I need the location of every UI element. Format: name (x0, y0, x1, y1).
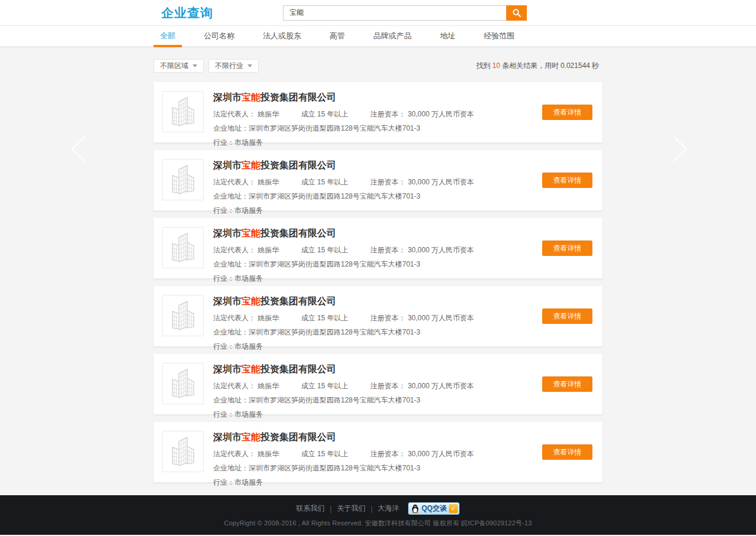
company-name-highlight: 宝能 (242, 432, 260, 442)
region-filter-dropdown[interactable]: 不限区域 (154, 59, 204, 73)
copyright-text: CopyRight © 2008-2016 , All Rights Reser… (224, 519, 532, 528)
company-industry-line: 行业：市场服务 (213, 410, 594, 420)
footer-separator: | (330, 505, 332, 513)
buildings-icon (166, 366, 200, 401)
buildings-icon (166, 163, 200, 197)
view-details-button[interactable]: 查看详情 (542, 241, 592, 256)
site-logo[interactable]: 企业查询 (161, 5, 213, 21)
result-card: 深圳市宝能投资集团有限公司 法定代表人： 姚振华 成立 15 年以上 注册资本：… (154, 150, 602, 210)
company-industry-line: 行业：市场服务 (213, 206, 594, 216)
company-logo-placeholder (162, 159, 204, 200)
tab-all[interactable]: 全部 (154, 26, 182, 46)
tab-business-scope[interactable]: 经验范围 (477, 26, 521, 46)
view-details-button[interactable]: 查看详情 (542, 173, 592, 188)
company-name-link[interactable]: 深圳市宝能投资集团有限公司 (213, 431, 594, 444)
company-industry-line: 行业：市场服务 (213, 342, 594, 352)
filter-row: 不限区域 不限行业 找到10条相关结果，用时0.021544秒 (154, 59, 602, 73)
view-details-button[interactable]: 查看详情 (542, 444, 592, 460)
carousel-prev-arrow-icon[interactable] (67, 135, 90, 163)
company-industry-line: 行业：市场服务 (213, 274, 594, 284)
company-name-link[interactable]: 深圳市宝能投资集团有限公司 (213, 228, 594, 240)
qq-chat-label: QQ交谈 (422, 503, 447, 514)
result-count-text: 找到10条相关结果，用时0.021544秒 (475, 61, 599, 71)
company-meta-line: 法定代表人： 姚振华 成立 15 年以上 注册资本： 30,000 万人民币资本 (213, 449, 594, 459)
company-industry-line: 行业：市场服务 (213, 138, 594, 148)
company-name-link[interactable]: 深圳市宝能投资集团有限公司 (213, 363, 594, 376)
company-name-highlight: 宝能 (242, 228, 260, 238)
page-footer: 联系我们 | 关于我们 | 大海洋 QQ交谈 ✓ CopyRight © (0, 495, 756, 535)
company-logo-placeholder (162, 431, 204, 472)
company-logo-placeholder (162, 363, 204, 404)
search-button[interactable] (506, 5, 527, 21)
result-card: 深圳市宝能投资集团有限公司 法定代表人： 姚振华 成立 15 年以上 注册资本：… (154, 354, 602, 414)
company-name-highlight: 宝能 (242, 364, 260, 374)
company-address-line: 企业地址：深圳市罗湖区笋岗街道梨园路128号宝能汽车大楼701-3 (213, 327, 594, 337)
results-main: 不限区域 不限行业 找到10条相关结果，用时0.021544秒 (154, 47, 602, 495)
buildings-icon (166, 95, 200, 129)
company-logo-placeholder (162, 295, 204, 336)
qq-chat-button[interactable]: QQ交谈 ✓ (408, 502, 460, 515)
result-card: 深圳市宝能投资集团有限公司 法定代表人： 姚振华 成立 15 年以上 注册资本：… (154, 82, 602, 142)
view-details-button[interactable]: 查看详情 (542, 105, 592, 120)
region-filter-label: 不限区域 (160, 61, 188, 71)
company-industry-line: 行业：市场服务 (213, 477, 594, 488)
footer-separator: | (371, 505, 373, 513)
company-meta-line: 法定代表人： 姚振华 成立 15 年以上 注册资本： 30,000 万人民币资本 (213, 177, 594, 187)
company-name-link[interactable]: 深圳市宝能投资集团有限公司 (213, 160, 594, 172)
search-icon (512, 8, 522, 18)
company-name-highlight: 宝能 (242, 92, 260, 102)
company-name-highlight: 宝能 (242, 160, 260, 170)
tab-brand-or-product[interactable]: 品牌或产品 (367, 26, 418, 46)
tab-legal-or-shareholder[interactable]: 法人或股东 (256, 26, 308, 46)
company-meta-line: 法定代表人： 姚振华 成立 15 年以上 注册资本： 30,000 万人民币资本 (213, 109, 594, 119)
company-logo-placeholder (162, 91, 204, 132)
company-address-line: 企业地址：深圳市罗湖区笋岗街道梨园路128号宝能汽车大楼701-3 (213, 259, 594, 269)
qq-penguin-icon (411, 504, 419, 514)
footer-link-about-us[interactable]: 关于我们 (337, 503, 366, 514)
chevron-down-icon (193, 64, 197, 67)
view-details-button[interactable]: 查看详情 (542, 376, 592, 392)
footer-link-dahaiyang[interactable]: 大海洋 (378, 503, 399, 514)
tab-executives[interactable]: 高管 (323, 26, 351, 46)
company-name-link[interactable]: 深圳市宝能投资集团有限公司 (213, 295, 594, 308)
qq-check-icon: ✓ (449, 504, 458, 513)
company-address-line: 企业地址：深圳市罗湖区笋岗街道梨园路128号宝能汽车大楼701-3 (213, 395, 594, 405)
buildings-icon (166, 434, 200, 469)
result-card: 深圳市宝能投资集团有限公司 法定代表人： 姚振华 成立 15 年以上 注册资本：… (154, 286, 602, 346)
search-input[interactable] (283, 5, 506, 21)
company-name-link[interactable]: 深圳市宝能投资集团有限公司 (213, 92, 594, 104)
result-card: 深圳市宝能投资集团有限公司 法定代表人： 姚振华 成立 15 年以上 注册资本：… (154, 218, 602, 278)
buildings-icon (166, 230, 200, 265)
company-address-line: 企业地址：深圳市罗湖区笋岗街道梨园路128号宝能汽车大楼701-3 (213, 124, 594, 134)
company-name-highlight: 宝能 (242, 296, 260, 306)
result-count-number: 10 (493, 61, 500, 70)
results-list: 深圳市宝能投资集团有限公司 法定代表人： 姚振华 成立 15 年以上 注册资本：… (154, 82, 602, 482)
top-header: 企业查询 (0, 0, 756, 26)
company-meta-line: 法定代表人： 姚振华 成立 15 年以上 注册资本： 30,000 万人民币资本 (213, 245, 594, 255)
buildings-icon (166, 298, 200, 333)
search-type-tabbar: 全部 公司名称 法人或股东 高管 品牌或产品 地址 经验范围 (0, 26, 756, 47)
view-details-button[interactable]: 查看详情 (542, 308, 592, 324)
industry-filter-label: 不限行业 (215, 61, 243, 71)
tab-company-name[interactable]: 公司名称 (197, 26, 241, 46)
result-card: 深圳市宝能投资集团有限公司 法定代表人： 姚振华 成立 15 年以上 注册资本：… (154, 422, 602, 482)
company-meta-line: 法定代表人： 姚振华 成立 15 年以上 注册资本： 30,000 万人民币资本 (213, 381, 594, 391)
company-logo-placeholder (162, 227, 204, 268)
carousel-next-arrow-icon[interactable] (669, 135, 691, 163)
chevron-down-icon (247, 64, 252, 67)
company-address-line: 企业地址：深圳市罗湖区笋岗街道梨园路128号宝能汽车大楼701-3 (213, 191, 594, 202)
search-bar (283, 5, 527, 21)
industry-filter-dropdown[interactable]: 不限行业 (208, 59, 259, 73)
company-meta-line: 法定代表人： 姚振华 成立 15 年以上 注册资本： 30,000 万人民币资本 (213, 313, 594, 323)
company-address-line: 企业地址：深圳市罗湖区笋岗街道梨园路128号宝能汽车大楼701-3 (213, 463, 594, 473)
tab-address[interactable]: 地址 (434, 26, 462, 46)
footer-link-contact-us[interactable]: 联系我们 (296, 503, 325, 514)
